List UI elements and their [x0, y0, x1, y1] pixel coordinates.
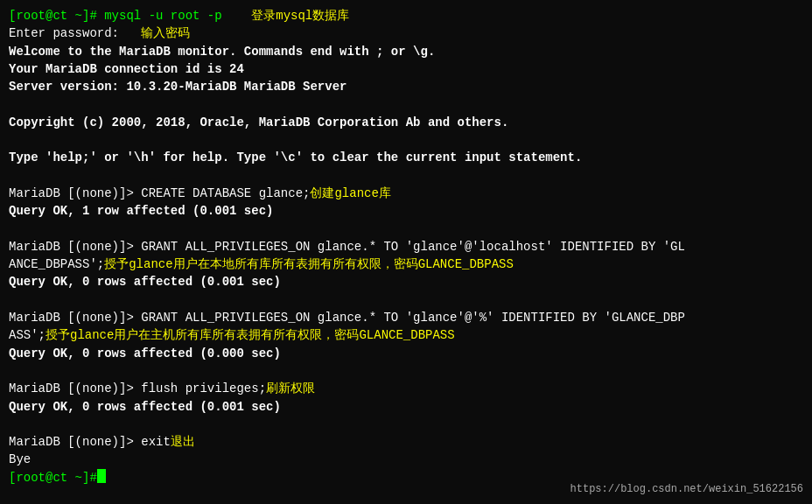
cmd-flush: MariaDB [(none)]> flush privileges;: [9, 380, 266, 397]
line-query-ok-1: Query OK, 1 row affected (0.001 sec): [9, 202, 803, 220]
comment-create-db: 创建glance库: [310, 185, 390, 202]
line-grant-2a: MariaDB [(none)]> GRANT ALL_PRIVILEGES_O…: [9, 309, 803, 326]
cursor-block: [97, 469, 106, 483]
copyright: Copyright (c) 2000, 2018, Oracle, MariaD…: [9, 114, 508, 131]
comment-2: 输入密码: [141, 24, 190, 42]
line-bye: Bye: [9, 451, 803, 468]
query-ok-1: Query OK, 1 row affected (0.001 sec): [9, 202, 273, 220]
query-ok-2: Query OK, 0 rows affected (0.001 sec): [9, 273, 281, 290]
line-empty-5: [9, 291, 803, 309]
line-2: Enter password: 输入密码: [9, 24, 803, 42]
line-empty-4: [9, 220, 803, 238]
comment-1: 登录mysql数据库: [222, 7, 350, 24]
comment-exit: 退出: [171, 433, 195, 451]
line-empty-1: [9, 95, 803, 113]
line-7: Copyright (c) 2000, 2018, Oracle, MariaD…: [9, 114, 803, 131]
query-ok-4: Query OK, 0 rows affected (0.001 sec): [9, 398, 281, 416]
comment-grant-1: 授予glance用户在本地所有库所有表拥有所有权限，密码GLANCE_DBPAS…: [104, 256, 514, 273]
line-9: Type 'help;' or '\h' for help. Type '\c'…: [9, 149, 803, 166]
line-empty-6: [9, 362, 803, 380]
line-create-db: MariaDB [(none)]> CREATE DATABASE glance…: [9, 185, 803, 202]
line-3: Welcome to the MariaDB monitor. Commands…: [9, 43, 803, 60]
line-grant-2b: ASS'; 授予glance用户在主机所有库所有表拥有所有权限，密码GLANCE…: [9, 326, 803, 344]
cmd-grant-1b: ANCE_DBPASS';: [9, 256, 104, 273]
help-msg: Type 'help;' or '\h' for help. Type '\c'…: [9, 149, 582, 166]
watermark: https://blog.csdn.net/weixin_51622156: [570, 482, 803, 497]
line-5: Server version: 10.3.20-MariaDB MariaDB …: [9, 78, 803, 95]
cmd-mysql: [root@ct ~]# mysql -u root -p: [9, 7, 222, 24]
cmd-create-db: MariaDB [(none)]> CREATE DATABASE glance…: [9, 185, 310, 202]
line-empty-2: [9, 131, 803, 149]
terminal: [root@ct ~]# mysql -u root -p 登录mysql数据库…: [0, 0, 812, 504]
line-query-ok-3: Query OK, 0 rows affected (0.000 sec): [9, 345, 803, 362]
final-prompt: [root@ct ~]#: [9, 469, 97, 486]
query-ok-3: Query OK, 0 rows affected (0.000 sec): [9, 345, 281, 362]
line-query-ok-2: Query OK, 0 rows affected (0.001 sec): [9, 273, 803, 290]
line-flush: MariaDB [(none)]> flush privileges; 刷新权限: [9, 380, 803, 397]
bye-msg: Bye: [9, 451, 31, 468]
line-grant-1b: ANCE_DBPASS'; 授予glance用户在本地所有库所有表拥有所有权限，…: [9, 256, 803, 273]
line-query-ok-4: Query OK, 0 rows affected (0.001 sec): [9, 398, 803, 416]
cmd-grant-2a: MariaDB [(none)]> GRANT ALL_PRIVILEGES_O…: [9, 309, 685, 326]
comment-flush: 刷新权限: [266, 380, 315, 397]
line-empty-7: [9, 416, 803, 433]
cmd-grant-2b: ASS';: [9, 326, 46, 344]
connection-id: Your MariaDB connection id is 24: [9, 60, 244, 78]
line-1: [root@ct ~]# mysql -u root -p 登录mysql数据库: [9, 7, 803, 24]
server-version: Server version: 10.3.20-MariaDB MariaDB …: [9, 78, 346, 95]
welcome-msg: Welcome to the MariaDB monitor. Commands…: [9, 43, 435, 60]
cmd-grant-1a: MariaDB [(none)]> GRANT ALL_PRIVILEGES_O…: [9, 238, 685, 256]
comment-grant-2: 授予glance用户在主机所有库所有表拥有所有权限，密码GLANCE_DBPAS…: [46, 326, 455, 344]
line-grant-1a: MariaDB [(none)]> GRANT ALL_PRIVILEGES_O…: [9, 238, 803, 256]
line-exit: MariaDB [(none)]> exit 退出: [9, 433, 803, 451]
cmd-exit: MariaDB [(none)]> exit: [9, 433, 171, 451]
line-4: Your MariaDB connection id is 24: [9, 60, 803, 78]
enter-password: Enter password:: [9, 24, 141, 42]
line-empty-3: [9, 167, 803, 185]
